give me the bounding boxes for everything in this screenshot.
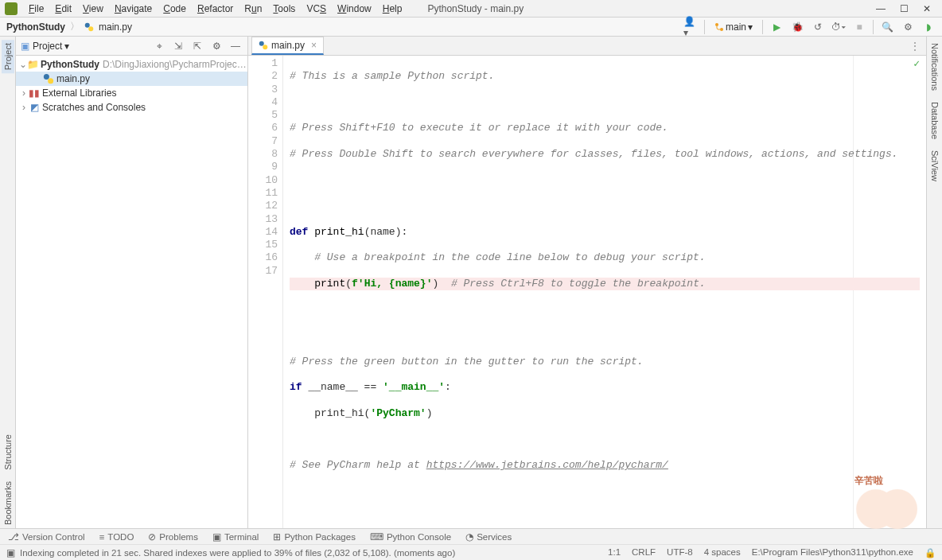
maximize-icon[interactable]: ☐ bbox=[900, 3, 909, 14]
rail-structure-tab[interactable]: Structure bbox=[2, 431, 14, 473]
expand-all-icon[interactable]: ⇲ bbox=[171, 39, 185, 53]
chevron-down-icon: ▾ bbox=[64, 41, 69, 52]
bottom-version-control[interactable]: ⎇Version Control bbox=[8, 531, 85, 542]
menu-run[interactable]: Run bbox=[239, 2, 267, 16]
rail-sciview-tab[interactable]: SciView bbox=[928, 147, 941, 185]
status-message: Indexing completed in 21 sec. Shared ind… bbox=[20, 548, 455, 558]
tree-scratches[interactable]: › ◩ Scratches and Consoles bbox=[16, 100, 247, 115]
breadcrumb-sep-icon: 〉 bbox=[70, 20, 80, 33]
chevron-right-icon[interactable]: › bbox=[19, 102, 29, 113]
editor-tab-main[interactable]: main.py × bbox=[251, 37, 324, 55]
svg-point-5 bbox=[48, 78, 53, 84]
tree-file-main[interactable]: main.py bbox=[16, 72, 247, 86]
menu-window[interactable]: Window bbox=[333, 2, 376, 16]
toolwindows-icon[interactable]: ▣ bbox=[6, 547, 15, 558]
rail-database-tab[interactable]: Database bbox=[928, 99, 941, 142]
svg-point-7 bbox=[263, 45, 267, 49]
code-link[interactable]: https://www.jetbrains.com/help/pycharm/ bbox=[426, 459, 668, 471]
code-text: # Press Shift+F10 to execute it or repla… bbox=[290, 122, 668, 134]
bottom-terminal[interactable]: ▣Terminal bbox=[212, 531, 259, 542]
folder-icon: 📁 bbox=[27, 59, 38, 70]
git-branch-selector[interactable]: main ▾ bbox=[711, 20, 756, 34]
bottom-python-console[interactable]: ⌨Python Console bbox=[370, 531, 451, 542]
editor-gutter[interactable]: 1 2 3 4 5 6 7 8 9 10 11 12 13 14 15 16 1… bbox=[248, 56, 283, 528]
bottom-todo[interactable]: ≡TODO bbox=[99, 532, 134, 542]
search-icon[interactable]: 🔍 bbox=[880, 20, 894, 34]
bottom-python-packages[interactable]: ⊞Python Packages bbox=[273, 531, 356, 542]
line-number: 11 bbox=[253, 187, 278, 200]
line-number: 2 bbox=[253, 70, 278, 83]
close-tab-icon[interactable]: × bbox=[311, 40, 317, 51]
breadcrumb-file[interactable]: main.py bbox=[99, 21, 132, 33]
editor-more-icon[interactable]: ⋮ bbox=[904, 37, 926, 55]
terminal-icon: ▣ bbox=[212, 531, 221, 542]
minimize-icon[interactable]: — bbox=[876, 3, 886, 14]
git-branch-label: main bbox=[726, 21, 746, 33]
folder-icon: ▣ bbox=[21, 41, 29, 52]
collapse-all-icon[interactable]: ⇱ bbox=[190, 39, 204, 53]
lock-icon[interactable]: 🔒 bbox=[924, 547, 936, 558]
menu-vcs[interactable]: VCS bbox=[302, 2, 331, 16]
code-content[interactable]: # This is a sample Python script. # Pres… bbox=[283, 56, 926, 528]
chevron-down-icon[interactable]: ⌄ bbox=[19, 59, 27, 70]
code-text: # Press Ctrl+F8 to toggle the breakpoint… bbox=[438, 278, 705, 290]
debug-button[interactable]: 🐞 bbox=[790, 20, 804, 34]
bottom-label: TODO bbox=[107, 532, 134, 542]
stop-button[interactable]: ■ bbox=[852, 20, 866, 34]
code-text: # See PyCharm help at bbox=[290, 459, 426, 471]
chevron-down-icon: ▾ bbox=[748, 21, 753, 33]
menu-view[interactable]: View bbox=[78, 2, 108, 16]
settings-icon[interactable]: ⚙ bbox=[901, 20, 915, 34]
line-number: 17 bbox=[253, 265, 278, 278]
locate-icon[interactable]: ⌖ bbox=[152, 39, 166, 53]
profile-button[interactable]: ⏱▾ bbox=[831, 20, 846, 34]
app-logo-icon bbox=[5, 2, 18, 15]
git-icon bbox=[714, 22, 724, 32]
line-number: 8 bbox=[253, 148, 278, 161]
code-text: ) bbox=[426, 407, 433, 419]
chevron-right-icon[interactable]: › bbox=[19, 88, 29, 99]
bottom-services[interactable]: ◔Services bbox=[465, 531, 512, 542]
project-view-selector[interactable]: Project ▾ bbox=[33, 41, 69, 52]
tree-external-libraries[interactable]: › ▮▮ External Libraries bbox=[16, 86, 247, 100]
line-number: 9 bbox=[253, 161, 278, 173]
hide-panel-icon[interactable]: — bbox=[228, 39, 243, 53]
close-icon[interactable]: ✕ bbox=[923, 3, 931, 14]
status-line-separator[interactable]: CRLF bbox=[632, 547, 656, 558]
bottom-problems[interactable]: ⊘Problems bbox=[148, 531, 198, 542]
svg-point-1 bbox=[88, 26, 93, 31]
breadcrumb-project[interactable]: PythonStudy bbox=[6, 21, 65, 33]
gear-icon[interactable]: ⚙ bbox=[209, 39, 224, 53]
menu-navigate[interactable]: Navigate bbox=[110, 2, 157, 16]
code-text: print_hi( bbox=[290, 407, 370, 419]
status-interpreter[interactable]: E:\Program Files\Python311\python.exe bbox=[752, 547, 913, 558]
ide-status-icon[interactable]: ◗ bbox=[921, 20, 936, 34]
rail-project-tab[interactable]: Project bbox=[2, 40, 14, 73]
editor-tabbar: main.py × ⋮ bbox=[248, 37, 926, 56]
status-encoding[interactable]: UTF-8 bbox=[667, 547, 693, 558]
menu-edit[interactable]: Edit bbox=[50, 2, 76, 16]
code-editor[interactable]: ✓ 1 2 3 4 5 6 7 8 9 10 11 12 13 14 15 16… bbox=[248, 56, 926, 528]
project-tree: ⌄ 📁 PythonStudy D:\DingJiaxiong\PycharmP… bbox=[16, 56, 247, 528]
coverage-button[interactable]: ↺ bbox=[811, 20, 825, 34]
code-text: '__main__' bbox=[383, 381, 445, 393]
python-file-icon bbox=[259, 41, 268, 50]
menu-tools[interactable]: Tools bbox=[268, 2, 300, 16]
run-button[interactable]: ▶ bbox=[769, 20, 784, 34]
tree-root[interactable]: ⌄ 📁 PythonStudy D:\DingJiaxiong\PycharmP… bbox=[16, 57, 247, 72]
menu-help[interactable]: Help bbox=[378, 2, 407, 16]
left-tool-rail: Project Structure Bookmarks bbox=[0, 37, 16, 528]
rail-notifications-tab[interactable]: Notifications bbox=[928, 40, 941, 94]
status-caret-pos[interactable]: 1:1 bbox=[608, 547, 621, 558]
problems-icon: ⊘ bbox=[148, 531, 156, 542]
code-text: f'Hi, {name}' bbox=[352, 278, 432, 290]
status-indent[interactable]: 4 spaces bbox=[704, 547, 741, 558]
rail-bookmarks-tab[interactable]: Bookmarks bbox=[2, 478, 14, 528]
menu-refactor[interactable]: Refactor bbox=[193, 2, 238, 16]
bottom-label: Problems bbox=[159, 532, 198, 542]
menu-code[interactable]: Code bbox=[158, 2, 191, 16]
project-panel: ▣ Project ▾ ⌖ ⇲ ⇱ ⚙ — ⌄ 📁 PythonStudy D:… bbox=[16, 37, 248, 528]
user-icon[interactable]: 👤▾ bbox=[683, 20, 698, 34]
menu-file[interactable]: File bbox=[24, 2, 49, 16]
menubar: File Edit View Navigate Code Refactor Ru… bbox=[0, 0, 942, 18]
